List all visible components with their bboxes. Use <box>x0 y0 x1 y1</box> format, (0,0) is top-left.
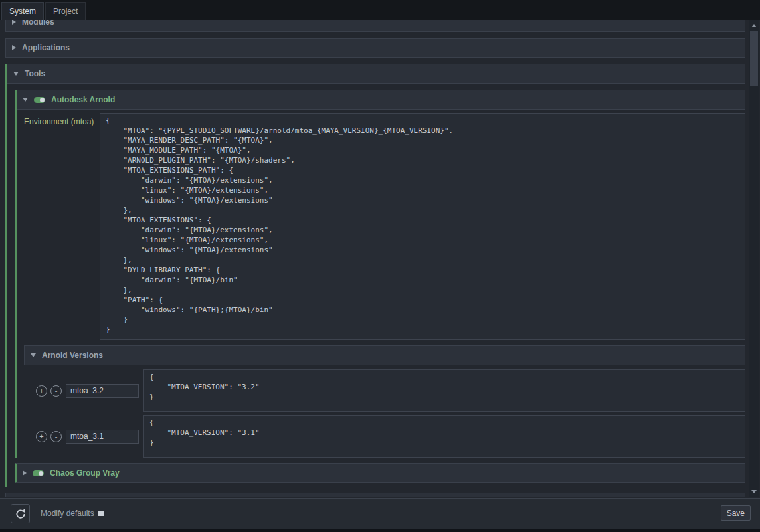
tab-bar: System Project <box>0 0 760 20</box>
tools-body: Autodesk Arnold Environment (mtoa) { "MT… <box>7 84 745 487</box>
section-header-applications[interactable]: Applications <box>5 38 745 58</box>
vray-header[interactable]: Chaos Group Vray <box>15 463 745 483</box>
modify-defaults-checkbox[interactable] <box>98 511 104 516</box>
environment-label: Environment (mtoa) <box>24 113 96 126</box>
remove-version-button[interactable]: - <box>50 431 62 442</box>
collapse-arrow-icon <box>23 98 28 102</box>
scroll-up-icon <box>751 24 757 27</box>
arnold-versions-title: Arnold Versions <box>42 351 103 360</box>
expand-arrow-icon <box>12 45 16 50</box>
section-applications-label: Applications <box>22 43 70 52</box>
version-key-input[interactable] <box>66 430 139 444</box>
version-json-editor[interactable]: { "MTOA_VERSION": "3.2" } <box>143 369 745 412</box>
arnold-versions-header[interactable]: Arnold Versions <box>24 345 745 365</box>
arnold-header[interactable]: Autodesk Arnold <box>17 90 745 110</box>
vertical-scrollbar[interactable] <box>749 20 759 497</box>
version-json-editor[interactable]: { "MTOA_VERSION": "3.1" } <box>143 415 745 458</box>
section-header-tools[interactable]: Tools <box>7 64 745 84</box>
footer-bar: Modify defaults Save <box>0 498 760 529</box>
expand-arrow-icon <box>12 20 16 25</box>
version-key-input[interactable] <box>66 384 139 398</box>
expand-arrow-icon <box>23 470 27 476</box>
settings-window: System Project Modules Applications Tool… <box>0 0 760 532</box>
scroll-down-icon <box>751 490 757 493</box>
scroll-down-button[interactable] <box>749 487 759 497</box>
arnold-section: Autodesk Arnold Environment (mtoa) { "MT… <box>15 90 745 458</box>
refresh-icon <box>15 508 27 520</box>
scrollbar-thumb[interactable] <box>750 31 758 86</box>
add-version-button[interactable]: + <box>36 385 47 397</box>
section-tools-label: Tools <box>25 69 45 78</box>
add-version-button[interactable]: + <box>36 431 47 442</box>
section-tools: Tools Autodesk Arnold Environment (mtoa)… <box>5 64 745 487</box>
vray-enabled-toggle-icon[interactable] <box>33 470 44 476</box>
tab-system[interactable]: System <box>1 2 44 20</box>
collapse-arrow-icon <box>31 353 36 357</box>
arnold-title: Autodesk Arnold <box>51 95 115 104</box>
settings-scroll-area: Modules Applications Tools Autodesk Arno… <box>0 20 745 497</box>
section-header-partial[interactable] <box>5 493 745 497</box>
remove-version-button[interactable]: - <box>50 385 62 397</box>
arnold-enabled-toggle-icon[interactable] <box>34 97 45 103</box>
environment-json-editor[interactable]: { "MTOA": "{PYPE_STUDIO_SOFTWARE}/arnold… <box>100 113 745 340</box>
scroll-up-button[interactable] <box>749 21 759 31</box>
collapse-arrow-icon <box>13 72 19 76</box>
window-bottom-edge <box>0 529 760 532</box>
refresh-button[interactable] <box>11 504 30 523</box>
section-modules-label: Modules <box>22 20 54 27</box>
version-row: + - { "MTOA_VERSION": "3.1" } <box>24 415 745 458</box>
save-button[interactable]: Save <box>721 505 751 521</box>
modify-defaults-label: Modify defaults <box>41 509 94 518</box>
version-row: + - { "MTOA_VERSION": "3.2" } <box>24 369 745 412</box>
arnold-versions-section: Arnold Versions + - { "MTOA_VERSION": "3… <box>24 345 745 458</box>
tab-project[interactable]: Project <box>45 2 86 20</box>
section-header-modules[interactable]: Modules <box>5 20 745 32</box>
vray-title: Chaos Group Vray <box>50 468 120 478</box>
arnold-environment-row: Environment (mtoa) { "MTOA": "{PYPE_STUD… <box>24 113 745 340</box>
